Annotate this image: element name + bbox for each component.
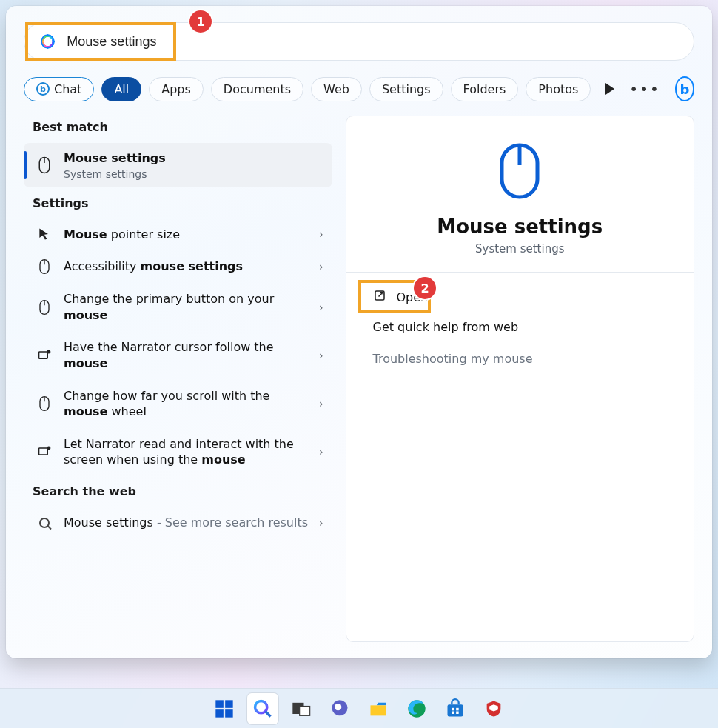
taskbar-search[interactable] — [247, 693, 278, 724]
detail-column: Mouse settings System settings Open Get … — [346, 116, 695, 642]
filter-documents[interactable]: Documents — [211, 77, 303, 101]
svg-rect-31 — [456, 711, 459, 714]
taskbar-start[interactable] — [209, 693, 240, 724]
more-icon[interactable]: ••• — [622, 80, 667, 98]
pointer-size-icon — [36, 227, 53, 241]
best-match-subtitle: System settings — [64, 168, 323, 180]
filter-apps[interactable]: Apps — [149, 77, 204, 101]
svg-rect-25 — [371, 705, 386, 715]
svg-rect-22 — [300, 706, 310, 715]
chevron-right-icon: › — [319, 398, 323, 410]
taskbar-store[interactable] — [440, 693, 471, 724]
svg-rect-15 — [215, 700, 224, 708]
taskbar-mcafee[interactable] — [478, 693, 509, 724]
filter-settings[interactable]: Settings — [369, 77, 443, 101]
annotation-badge-1: 1 — [189, 10, 212, 33]
open-external-icon — [373, 289, 386, 305]
web-header: Search the web — [33, 484, 332, 498]
filter-row: b Chat All Apps Documents Web Settings F… — [24, 74, 694, 104]
divider — [346, 272, 694, 273]
search-bar[interactable] — [24, 22, 694, 61]
taskbar — [0, 688, 718, 728]
web-result-item[interactable]: Mouse settings - See more search results… — [24, 507, 332, 538]
svg-rect-30 — [452, 711, 454, 714]
best-match-item[interactable]: Mouse settings System settings — [24, 143, 332, 187]
filter-web[interactable]: Web — [311, 77, 362, 101]
chevron-right-icon: › — [319, 261, 323, 273]
settings-item-label: Change how far you scroll with the mouse… — [64, 388, 309, 420]
chevron-right-icon: › — [319, 228, 323, 240]
bing-icon[interactable]: b — [675, 76, 694, 101]
filter-photos[interactable]: Photos — [526, 77, 591, 101]
settings-item-label: Have the Narrator cursor follow the mous… — [64, 339, 309, 371]
filter-chat-label: Chat — [54, 82, 81, 96]
chevron-right-icon: › — [319, 301, 323, 313]
svg-rect-10 — [39, 448, 48, 455]
play-icon[interactable] — [605, 83, 614, 95]
svg-line-20 — [266, 711, 271, 716]
detail-subtitle: System settings — [361, 242, 680, 256]
taskbar-edge[interactable] — [401, 693, 432, 724]
search-input[interactable] — [67, 34, 677, 50]
chevron-right-icon: › — [319, 517, 323, 529]
svg-point-11 — [47, 447, 50, 450]
svg-rect-6 — [39, 352, 48, 358]
svg-rect-16 — [225, 700, 233, 708]
svg-rect-29 — [456, 707, 459, 710]
settings-item[interactable]: Have the Narrator cursor follow the mous… — [24, 332, 332, 378]
svg-rect-18 — [225, 709, 233, 718]
search-glyph-icon — [36, 518, 53, 528]
svg-rect-28 — [452, 707, 454, 710]
filter-all[interactable]: All — [101, 77, 141, 101]
troubleshoot-link[interactable]: Troubleshooting my mouse — [361, 343, 680, 375]
svg-rect-17 — [215, 709, 224, 718]
svg-rect-27 — [448, 704, 463, 716]
quick-help-link[interactable]: Get quick help from web — [361, 311, 680, 343]
svg-point-24 — [335, 704, 341, 710]
narrator-icon — [36, 444, 53, 459]
mouse-icon — [36, 258, 53, 275]
settings-item[interactable]: Let Narrator read and interact with the … — [24, 429, 332, 475]
settings-item[interactable]: Mouse pointer size› — [24, 219, 332, 250]
settings-item[interactable]: Change how far you scroll with the mouse… — [24, 381, 332, 427]
best-match-header: Best match — [33, 120, 332, 134]
chevron-right-icon: › — [319, 350, 323, 361]
taskbar-explorer[interactable] — [363, 693, 394, 724]
annotation-badge-2: 2 — [414, 277, 436, 299]
mouse-icon — [36, 156, 53, 174]
narrator-icon — [36, 348, 53, 363]
filter-folders[interactable]: Folders — [451, 77, 519, 101]
bing-mini-icon: b — [36, 82, 50, 96]
web-item-title: Mouse settings — [64, 515, 153, 530]
filter-chat[interactable]: b Chat — [24, 77, 94, 101]
settings-item-label: Mouse pointer size — [64, 227, 309, 243]
best-match-title: Mouse settings — [64, 151, 166, 165]
chevron-right-icon: › — [319, 446, 323, 458]
settings-item-label: Change the primary button on your mouse — [64, 291, 309, 323]
mouse-icon — [36, 395, 53, 412]
results-column: Best match Mouse settings System setting… — [24, 116, 332, 642]
search-wrap — [24, 22, 694, 61]
mouse-icon — [36, 299, 53, 315]
settings-header: Settings — [33, 196, 332, 210]
taskbar-taskview[interactable] — [286, 693, 317, 724]
svg-point-7 — [47, 350, 50, 353]
settings-item-label: Let Narrator read and interact with the … — [64, 436, 309, 468]
search-icon — [41, 34, 55, 49]
detail-title: Mouse settings — [361, 216, 680, 238]
settings-item[interactable]: Change the primary button on your mouse› — [24, 284, 332, 330]
svg-point-19 — [255, 701, 267, 712]
settings-item-label: Accessibility mouse settings — [64, 258, 309, 275]
detail-hero-icon — [497, 141, 542, 201]
taskbar-chat[interactable] — [324, 693, 355, 724]
columns: Best match Mouse settings System setting… — [24, 116, 694, 642]
search-panel: b Chat All Apps Documents Web Settings F… — [6, 6, 712, 658]
web-item-suffix: - See more search results — [153, 515, 308, 530]
settings-item[interactable]: Accessibility mouse settings› — [24, 251, 332, 282]
